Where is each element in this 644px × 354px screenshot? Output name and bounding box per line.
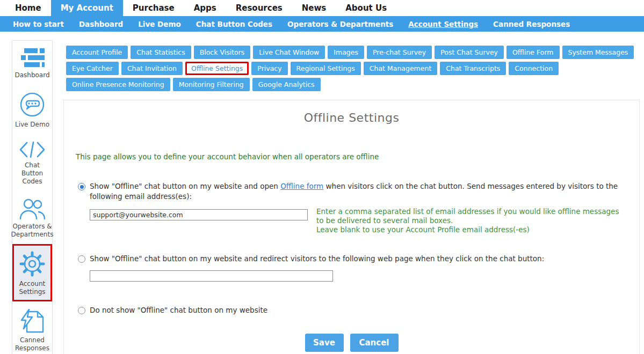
tab-eye-catcher[interactable]: Eye Catcher <box>66 62 119 75</box>
code-icon <box>19 141 46 161</box>
page-description: This page allows you to define your acco… <box>76 152 627 161</box>
radio-redirect[interactable] <box>78 255 85 263</box>
sidebar-item-canned-responses[interactable]: Canned Responses <box>12 301 52 354</box>
dashboard-icon <box>19 48 45 71</box>
cancel-button[interactable]: Cancel <box>350 334 399 352</box>
top-nav-purchase[interactable]: Purchase <box>123 0 184 16</box>
sidebar-item-label: Chat Button Codes <box>13 161 51 186</box>
sub-nav-dashboard[interactable]: Dashboard <box>71 20 131 28</box>
page-title: Offline Settings <box>76 111 627 124</box>
sidebar-item-live-demo[interactable]: Live Demo <box>12 85 52 134</box>
people-icon <box>18 198 46 223</box>
tab-regional-settings[interactable]: Regional Settings <box>291 62 361 75</box>
sub-nav-canned-responses[interactable]: Canned Responses <box>486 20 577 28</box>
email-helper-line-2: Leave blank to use your Account Profile … <box>316 225 625 234</box>
sidebar-item-account-settings[interactable]: Account Settings <box>12 244 52 301</box>
top-nav-home[interactable]: Home <box>5 0 51 16</box>
email-row: Enter a comma separated list of email ad… <box>90 209 627 234</box>
tab-chat-transcripts[interactable]: Chat Transcripts <box>440 62 506 75</box>
tab-pre-chat-survey[interactable]: Pre-chat Survey <box>367 46 432 59</box>
tab-privacy[interactable]: Privacy <box>251 62 287 75</box>
tab-chat-statistics[interactable]: Chat Statistics <box>131 46 191 59</box>
offline-email-input[interactable] <box>90 209 308 220</box>
option-hide-button: Do not show "Offline" chat button on my … <box>76 305 627 315</box>
redirect-url-input[interactable] <box>90 270 333 282</box>
top-nav-news[interactable]: News <box>292 0 336 16</box>
radio-show-offline-form[interactable] <box>78 183 85 190</box>
sub-nav-chat-button-codes[interactable]: Chat Button Codes <box>189 20 280 28</box>
tab-connection[interactable]: Connection <box>509 62 559 75</box>
tab-monitoring-filtering[interactable]: Monitoring Filtering <box>173 78 250 91</box>
tab-live-chat-window[interactable]: Live Chat Window <box>253 46 325 59</box>
button-row: Save Cancel <box>76 334 627 352</box>
option-redirect-label: Show "Offline" chat button on my website… <box>90 254 544 264</box>
top-nav: Home My Account Purchase Apps Resources … <box>0 0 644 16</box>
sidebar-item-label: Dashboard <box>15 71 49 79</box>
tab-google-analytics[interactable]: Google Analytics <box>252 78 321 91</box>
option-text-before-link: Show "Offline" chat button on my website… <box>90 182 280 190</box>
top-nav-resources[interactable]: Resources <box>226 0 292 16</box>
sub-nav-operators-departments[interactable]: Operators & Departments <box>280 20 401 28</box>
main-area: Account Profile Chat Statistics Block Vi… <box>63 46 640 354</box>
option-redirect: Show "Offline" chat button on my website… <box>76 254 627 264</box>
email-helper-line-1: Enter a comma separated list of email ad… <box>316 207 625 225</box>
sidebar-item-label: Operators & Departments <box>11 223 54 239</box>
lightning-page-icon <box>19 308 45 336</box>
tab-offline-settings[interactable]: Offline Settings <box>185 62 249 75</box>
top-nav-apps[interactable]: Apps <box>184 0 226 16</box>
offline-form-link[interactable]: Offline form <box>280 182 323 190</box>
offline-settings-panel: Offline Settings This page allows you to… <box>63 100 640 354</box>
tab-post-chat-survey[interactable]: Post Chat Survey <box>435 46 504 59</box>
tab-block-visitors[interactable]: Block Visitors <box>194 46 251 59</box>
tab-chat-management[interactable]: Chat Management <box>364 62 438 75</box>
sub-nav-how-to-start[interactable]: How to start <box>5 20 71 28</box>
tab-online-presence-monitoring[interactable]: Online Presence Monitoring <box>66 78 170 91</box>
option-hide-button-label: Do not show "Offline" chat button on my … <box>90 305 267 315</box>
sidebar-item-dashboard[interactable]: Dashboard <box>12 41 52 85</box>
tab-offline-form[interactable]: Offline Form <box>506 46 559 59</box>
sidebar-item-chat-button-codes[interactable]: Chat Button Codes <box>12 134 52 191</box>
email-helper-text: Enter a comma separated list of email ad… <box>316 207 625 234</box>
sidebar-item-operators-departments[interactable]: Operators & Departments <box>12 191 52 244</box>
option-show-offline-form-label: Show "Offline" chat button on my website… <box>90 181 619 202</box>
sidebar-item-label: Live Demo <box>15 121 49 129</box>
sub-nav-live-demo[interactable]: Live Demo <box>131 20 189 28</box>
sidebar: Dashboard Live Demo <box>12 40 53 354</box>
top-nav-my-account[interactable]: My Account <box>51 0 123 16</box>
settings-tabs-row-1: Account Profile Chat Statistics Block Vi… <box>63 46 640 91</box>
tab-chat-invitation[interactable]: Chat Invitation <box>121 62 183 75</box>
sidebar-item-label: Account Settings <box>14 280 50 296</box>
chat-bubble-icon <box>19 92 45 121</box>
option-show-offline-form: Show "Offline" chat button on my website… <box>76 181 627 202</box>
tab-images[interactable]: Images <box>328 46 364 59</box>
tab-system-messages[interactable]: System Messages <box>562 46 634 59</box>
tab-account-profile[interactable]: Account Profile <box>66 46 128 59</box>
sub-nav: How to start Dashboard Live Demo Chat Bu… <box>0 16 644 32</box>
sub-nav-account-settings[interactable]: Account Settings <box>401 20 486 28</box>
gear-icon <box>19 251 45 280</box>
save-button[interactable]: Save <box>305 334 344 352</box>
top-nav-about-us[interactable]: About Us <box>336 0 396 16</box>
sidebar-item-label: Canned Responses <box>13 336 51 352</box>
radio-hide-button[interactable] <box>78 307 85 314</box>
